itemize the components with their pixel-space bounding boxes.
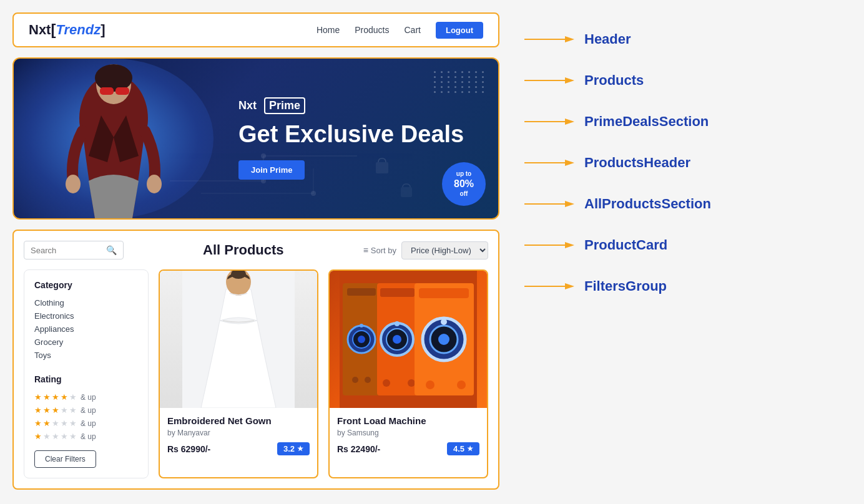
annotations-panel: Header Products PrimeDealsSection (524, 12, 852, 294)
arrow-product-card (524, 239, 574, 251)
svg-point-29 (365, 377, 371, 383)
and-up-label: & up (81, 432, 96, 441)
annotation-products: Products (524, 72, 852, 89)
and-up-label: & up (81, 393, 96, 402)
svg-point-46 (441, 319, 447, 325)
svg-rect-4 (115, 87, 129, 95)
arrow-prime-deals (524, 115, 574, 128)
rating-badge-machine: 4.5 ★ (447, 442, 479, 455)
svg-point-45 (395, 321, 400, 326)
rating-star-machine: ★ (467, 445, 473, 453)
annotation-products-header: ProductsHeader (524, 155, 852, 171)
annotation-label-products: Products (584, 72, 644, 89)
svg-rect-41 (419, 288, 469, 298)
svg-point-35 (383, 379, 390, 387)
product-footer-machine: Rs 22490/- 4.5 ★ (337, 442, 479, 455)
annotation-label-header: Header (584, 31, 631, 47)
logout-button[interactable]: Logout (436, 22, 483, 39)
prime-text: Prime (264, 97, 305, 114)
filters-group: Category Clothing Electronics Appliances… (24, 269, 149, 478)
and-up-label: & up (81, 419, 96, 428)
product-name-machine: Front Load Machine (337, 415, 479, 426)
product-name-gown: Embroidered Net Gown (167, 415, 310, 426)
rating-value-machine: 4.5 (453, 444, 464, 453)
stars-display: ★ ★ ★ ★ ★ (34, 405, 77, 415)
arrow-filters-group (524, 280, 574, 293)
header: Nxt [ Trendz ] Home Products Cart Logout (12, 12, 499, 47)
rating-2-stars[interactable]: ★ ★ ★ ★ ★ & up (34, 417, 138, 430)
logo: Nxt [ Trendz ] (29, 21, 106, 39)
machine-svg (340, 271, 477, 408)
product-info-gown: Embroidered Net Gown by Manyavar Rs 6299… (160, 408, 317, 463)
join-prime-button[interactable]: Join Prime (238, 160, 305, 180)
annotation-label-products-header: ProductsHeader (584, 155, 690, 171)
nav-home[interactable]: Home (317, 25, 340, 35)
arrow-header (524, 33, 574, 46)
nxt-prime-label: Nxt Prime (238, 97, 473, 114)
and-up-label: & up (81, 406, 96, 415)
svg-marker-50 (565, 77, 574, 84)
sort-select[interactable]: Price (High-Low) (401, 241, 488, 259)
page-wrapper: Nxt [ Trendz ] Home Products Cart Logout (12, 12, 852, 490)
rating-value-gown: 3.2 (283, 444, 295, 453)
svg-point-33 (393, 335, 401, 344)
prime-deals-section: Nxt Prime Get Exclusive Deals Join Prime… (12, 57, 499, 220)
annotation-label-filters-group: FiltersGroup (584, 278, 667, 294)
rating-title: Rating (34, 374, 138, 384)
category-title: Category (34, 280, 138, 290)
product-image-machine (330, 271, 487, 408)
logo-bracket-open: [ (51, 21, 56, 39)
arrow-products-header (524, 157, 574, 169)
annotation-label-prime-deals: PrimeDealsSection (584, 114, 709, 130)
category-item-appliances[interactable]: Appliances (34, 322, 138, 336)
rating-1-star[interactable]: ★ ★ ★ ★ ★ & up (34, 430, 138, 443)
product-price-machine: Rs 22490/- (337, 444, 380, 454)
svg-rect-3 (100, 87, 114, 95)
nav-products[interactable]: Products (355, 25, 389, 35)
category-item-clothing[interactable]: Clothing (34, 296, 138, 309)
rating-star-gown: ★ (297, 445, 303, 453)
svg-marker-56 (565, 201, 574, 207)
svg-marker-48 (565, 36, 574, 42)
all-products-section: 🔍 All Products ≡ Sort by Price (High-Low… (12, 230, 499, 490)
category-item-toys[interactable]: Toys (34, 349, 138, 362)
svg-point-36 (408, 379, 415, 387)
svg-marker-52 (565, 119, 574, 125)
product-info-machine: Front Load Machine by Samsung Rs 22490/-… (330, 408, 487, 463)
product-brand-gown: by Manyavar (167, 429, 310, 437)
arrow-all-products (524, 198, 574, 210)
product-image-gown (160, 271, 317, 408)
category-item-grocery[interactable]: Grocery (34, 336, 138, 349)
svg-point-6 (66, 175, 81, 193)
product-footer-gown: Rs 62990/- 3.2 ★ (167, 442, 310, 455)
main-content: Nxt [ Trendz ] Home Products Cart Logout (12, 12, 499, 490)
category-item-electronics[interactable]: Electronics (34, 309, 138, 322)
stars-display: ★ ★ ★ ★ ★ (34, 419, 77, 428)
rating-badge-gown: 3.2 ★ (277, 442, 310, 455)
gown-svg (182, 271, 295, 408)
category-list: Clothing Electronics Appliances Grocery … (34, 296, 138, 362)
rating-3-stars[interactable]: ★ ★ ★ ★ ★ & up (34, 404, 138, 417)
search-input[interactable] (31, 246, 101, 255)
svg-point-43 (457, 380, 466, 389)
product-brand-machine: by Samsung (337, 429, 479, 437)
svg-point-44 (360, 324, 363, 327)
stars-display: ★ ★ ★ ★ ★ (34, 432, 77, 441)
exclusive-deals-title: Get Exclusive Deals (238, 122, 473, 148)
arrow-products (524, 74, 574, 87)
product-card-gown: Embroidered Net Gown by Manyavar Rs 6299… (159, 269, 318, 478)
products-grid: Embroidered Net Gown by Manyavar Rs 6299… (159, 269, 488, 478)
rating-4-stars[interactable]: ★ ★ ★ ★ ★ & up (34, 390, 138, 404)
stars-display: ★ ★ ★ ★ ★ (34, 392, 77, 402)
all-products-title: All Products (124, 242, 363, 258)
logo-trendz: Trendz (56, 22, 101, 38)
annotation-header: Header (524, 31, 852, 47)
svg-rect-21 (235, 289, 242, 294)
clear-filters-button[interactable]: Clear Filters (34, 450, 96, 468)
annotation-label-all-products: AllProductsSection (584, 196, 711, 212)
search-icon: 🔍 (106, 245, 117, 255)
svg-point-42 (426, 380, 434, 389)
nav-cart[interactable]: Cart (405, 25, 421, 35)
svg-marker-58 (565, 242, 574, 248)
search-box[interactable]: 🔍 (24, 241, 124, 259)
